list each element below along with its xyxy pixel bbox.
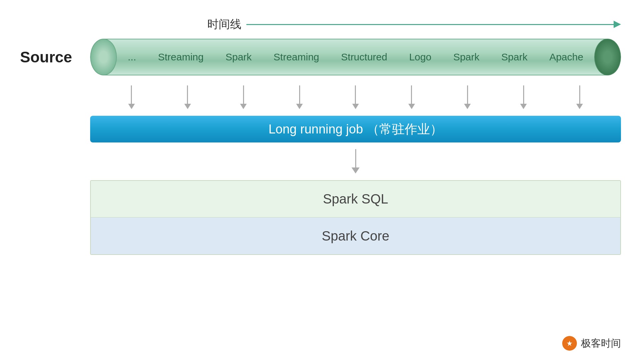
arrow-head-7 [520, 104, 527, 109]
down-arrow-7 [520, 85, 527, 109]
stack-row: Spark SQL Spark Core [20, 180, 621, 255]
timeline-arrow [246, 21, 621, 28]
source-row: Source ... Streaming Spark Streaming Str… [20, 39, 621, 75]
source-item-7: Spark [501, 51, 527, 63]
arrow-head-2 [240, 104, 247, 109]
arrow-line-3 [299, 85, 300, 104]
source-item-3: Streaming [273, 51, 319, 63]
cylinder-right-cap [594, 39, 621, 75]
watermark-icon [562, 336, 577, 351]
single-arrow-line [355, 149, 356, 167]
job-bar: Long running job （常驻作业） [90, 116, 621, 142]
source-cylinder: ... Streaming Spark Streaming Structured… [90, 39, 621, 75]
geek-time-icon [565, 339, 574, 348]
timeline-arrowhead [614, 21, 621, 28]
arrow-line-6 [467, 85, 468, 104]
arrow-line-7 [523, 85, 524, 104]
arrow-line-0 [131, 85, 132, 104]
arrow-head-5 [408, 104, 415, 109]
job-row: Long running job （常驻作业） [20, 116, 621, 142]
source-item-6: Spark [453, 51, 479, 63]
down-arrow-3 [296, 85, 303, 109]
single-down-arrow [352, 149, 360, 173]
job-label: Long running job （常驻作业） [268, 121, 443, 138]
down-arrow-2 [240, 85, 247, 109]
spark-core-box: Spark Core [91, 218, 620, 254]
cylinder-content: ... Streaming Spark Streaming Structured… [117, 39, 594, 75]
cylinder-left-cap [90, 39, 117, 75]
arrow-head-1 [184, 104, 191, 109]
source-item-5: Logo [409, 51, 431, 63]
stack-container: Spark SQL Spark Core [90, 180, 621, 255]
down-arrow-group [90, 85, 621, 109]
spark-sql-box: Spark SQL [91, 181, 620, 218]
arrow-line-8 [579, 85, 580, 104]
source-item-0: ... [128, 51, 136, 63]
source-label: Source [20, 48, 87, 66]
arrow-line-2 [243, 85, 244, 104]
down-arrow-1 [184, 85, 191, 109]
watermark-text: 极客时间 [581, 337, 621, 350]
arrow-line-4 [355, 85, 356, 104]
spark-sql-label: Spark SQL [323, 192, 388, 207]
arrow-head-4 [352, 104, 359, 109]
watermark: 极客时间 [562, 336, 621, 351]
arrow-head-8 [576, 104, 583, 109]
timeline-line [246, 24, 614, 25]
arrow-line-1 [187, 85, 188, 104]
down-arrows-row [20, 85, 621, 109]
diagram-container: 时间线 Source ... Streaming Spark Streaming… [20, 17, 621, 344]
arrow-head-6 [464, 104, 471, 109]
arrow-line-5 [411, 85, 412, 104]
timeline-row: 时间线 [20, 17, 621, 32]
arrow-head-0 [128, 104, 135, 109]
down-arrow-5 [408, 85, 415, 109]
arrow-head-3 [296, 104, 303, 109]
spark-core-label: Spark Core [322, 229, 389, 244]
source-item-8: Apache [549, 51, 583, 63]
source-item-1: Streaming [158, 51, 204, 63]
source-item-2: Spark [225, 51, 251, 63]
single-arrow-head [352, 167, 360, 173]
source-item-4: Structured [341, 51, 387, 63]
down-arrow-6 [464, 85, 471, 109]
single-arrow-row [20, 149, 621, 173]
down-arrow-8 [576, 85, 583, 109]
down-arrow-0 [128, 85, 135, 109]
down-arrow-4 [352, 85, 359, 109]
timeline-label: 时间线 [207, 17, 241, 32]
